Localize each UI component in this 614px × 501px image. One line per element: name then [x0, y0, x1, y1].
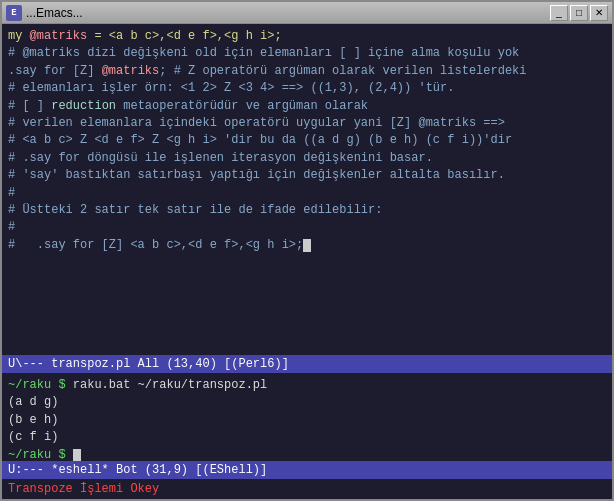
status-bar-2: U:--- *eshell* Bot (31,9) [(EShell)]: [2, 461, 612, 479]
bottom-message-text: Transpoze İşlemi Okey: [8, 482, 159, 496]
code-line: #: [8, 219, 606, 236]
code-line: # @matriks dizi değişkeni old için elema…: [8, 45, 606, 62]
close-button[interactable]: ✕: [590, 5, 608, 21]
code-line: .say for [Z] @matriks; # Z operatörü arg…: [8, 63, 606, 80]
code-line: # verilen elemanlara içindeki operatörü …: [8, 115, 606, 132]
bottom-message: Transpoze İşlemi Okey: [2, 479, 612, 499]
shell-line: ~/raku $ raku.bat ~/raku/transpoz.pl: [8, 377, 606, 394]
editor-area: my @matriks = <a b c>,<d e f>,<g h i>; #…: [2, 24, 612, 499]
code-line: # elemanları işler örn: <1 2> Z <3 4> ==…: [8, 80, 606, 97]
shell-line: (c f i): [8, 429, 606, 446]
status-bar-2-text: U:--- *eshell* Bot (31,9) [(EShell)]: [8, 463, 267, 477]
code-line: # <a b c> Z <d e f> Z <g h i> 'dir bu da…: [8, 132, 606, 149]
code-line: my @matriks = <a b c>,<d e f>,<g h i>;: [8, 28, 606, 45]
shell-line: (a d g): [8, 394, 606, 411]
code-line: # 'say' bastıktan satırbaşı yaptığı için…: [8, 167, 606, 184]
code-line: # .say for döngüsü ile işlenen iterasyon…: [8, 150, 606, 167]
code-line: #: [8, 185, 606, 202]
status-bar-1-text: U\--- transpoz.pl All (13,40) [(Perl6)]: [8, 357, 289, 371]
code-region[interactable]: my @matriks = <a b c>,<d e f>,<g h i>; #…: [2, 24, 612, 355]
minimize-button[interactable]: _: [550, 5, 568, 21]
shell-line: ~/raku $: [8, 447, 606, 461]
status-bar-1: U\--- transpoz.pl All (13,40) [(Perl6)]: [2, 355, 612, 373]
app-icon: E: [6, 5, 22, 21]
main-window: E ...Emacs... _ □ ✕ my @matriks = <a b c…: [0, 0, 614, 501]
maximize-button[interactable]: □: [570, 5, 588, 21]
title-bar-left: E ...Emacs...: [6, 5, 83, 21]
code-line: # .say for [Z] <a b c>,<d e f>,<g h i>;: [8, 237, 606, 254]
code-line: # Üstteki 2 satır tek satır ile de ifade…: [8, 202, 606, 219]
code-line: # [ ] reduction metaoperatörüdür ve argü…: [8, 98, 606, 115]
shell-line: (b e h): [8, 412, 606, 429]
window-controls: _ □ ✕: [550, 5, 608, 21]
title-bar: E ...Emacs... _ □ ✕: [2, 2, 612, 24]
window-title: ...Emacs...: [26, 6, 83, 20]
shell-region[interactable]: ~/raku $ raku.bat ~/raku/transpoz.pl (a …: [2, 373, 612, 461]
